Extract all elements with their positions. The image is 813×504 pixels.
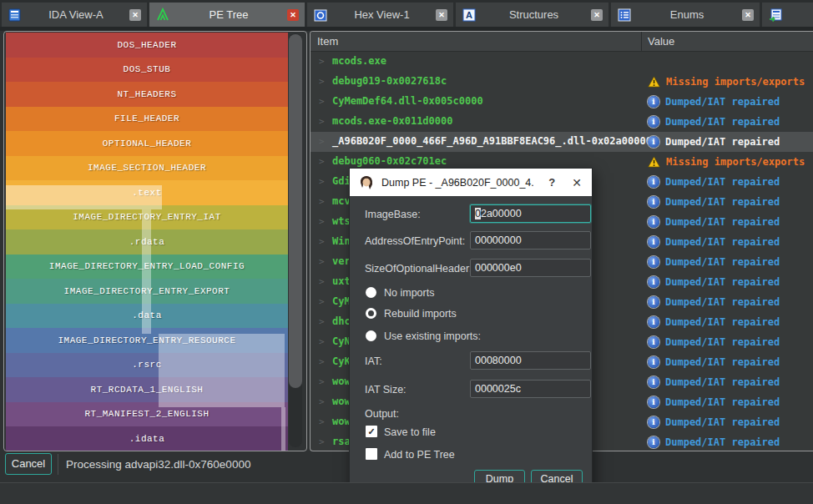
- radio-use-existing-imports[interactable]: [366, 330, 376, 341]
- pe-map-band--data[interactable]: .data: [6, 304, 288, 329]
- iat-input[interactable]: 00080000: [470, 351, 591, 370]
- info-icon: i: [648, 216, 659, 228]
- tree-row[interactable]: >mcods.exe: [311, 52, 813, 72]
- expand-chevron-icon[interactable]: >: [319, 116, 325, 127]
- pe-map-band-image-directory-entry-export[interactable]: IMAGE_DIRECTORY_ENTRY_EXPORT: [6, 279, 288, 304]
- pe-map-scrollbar-thumb[interactable]: [289, 34, 302, 388]
- imagebase-label: ImageBase:: [365, 209, 421, 220]
- band-label: .idata: [129, 434, 165, 444]
- pe-map-band-nt-headers[interactable]: NT_HEADERS: [6, 82, 288, 107]
- radio-rebuild-imports[interactable]: [366, 308, 376, 319]
- radio-no-imports-label[interactable]: No imports: [384, 287, 434, 299]
- pe-map-band-rt-rcdata-1-english[interactable]: RT_RCDATA_1_ENGLISH: [6, 377, 288, 402]
- tab-close-icon[interactable]: ✕: [129, 9, 141, 21]
- value-cell: iDumped/IAT repaired: [648, 252, 780, 272]
- pe-map-band-image-directory-entry-resource[interactable]: IMAGE_DIRECTORY_ENTRY_RESOURCE: [6, 328, 288, 353]
- pe-map-band-dos-stub[interactable]: DOS_STUB: [6, 58, 288, 83]
- expand-chevron-icon[interactable]: >: [319, 316, 325, 327]
- dialog-close-icon[interactable]: ✕: [570, 176, 583, 189]
- band-label: IMAGE_DIRECTORY_ENTRY_IAT: [73, 212, 221, 222]
- pe-map-panel: DOS_HEADERDOS_STUBNT_HEADERSFILE_HEADERO…: [3, 31, 307, 451]
- save-to-file-checkbox[interactable]: [366, 426, 377, 437]
- expand-chevron-icon[interactable]: >: [319, 56, 325, 67]
- pe-map-band-file-header[interactable]: FILE_HEADER: [6, 107, 288, 132]
- tree-row[interactable]: >debug019-0x0027618cMissing imports/expo…: [311, 72, 813, 92]
- expand-chevron-icon[interactable]: >: [319, 276, 325, 287]
- expand-chevron-icon[interactable]: >: [319, 236, 325, 247]
- tab-extra[interactable]: [762, 3, 813, 27]
- radio-use-existing-imports-label[interactable]: Use existing imports:: [384, 330, 481, 342]
- band-label: .rdata: [129, 237, 165, 247]
- pe-map-band--text[interactable]: .text: [6, 180, 288, 205]
- pe-map-band-dos-header[interactable]: DOS_HEADER: [6, 33, 288, 58]
- column-header-value[interactable]: Value: [648, 35, 674, 48]
- expand-chevron-icon[interactable]: >: [319, 196, 325, 207]
- expand-chevron-icon[interactable]: >: [319, 96, 325, 107]
- tree-row[interactable]: >_A96B020F_0000_466F_A96D_A91BBF8EAC96_.…: [311, 132, 813, 152]
- tab-structures[interactable]: AStructures✕: [456, 3, 608, 27]
- tree-row[interactable]: >CyMemDef64.dll-0x005c0000iDumped/IAT re…: [311, 92, 813, 112]
- save-to-file-label[interactable]: Save to file: [384, 426, 436, 438]
- info-icon: i: [648, 296, 659, 308]
- radio-rebuild-imports-label[interactable]: Rebuild imports: [384, 308, 457, 320]
- expand-chevron-icon[interactable]: >: [319, 76, 325, 87]
- item-name: mcods.exe: [332, 55, 386, 67]
- pe-map-band-image-section-header[interactable]: IMAGE_SECTION_HEADER: [6, 156, 288, 181]
- tab-close-icon[interactable]: ✕: [287, 9, 299, 21]
- expand-chevron-icon[interactable]: >: [319, 156, 325, 167]
- pe-map-band-rt-manifest-2-english[interactable]: RT_MANIFEST_2_ENGLISH: [6, 402, 288, 427]
- band-label: DOS_STUB: [124, 64, 171, 74]
- pe-map-band--idata[interactable]: .idata: [6, 426, 288, 451]
- structures-icon: A: [462, 8, 477, 23]
- tab-pe-tree[interactable]: PE Tree✕: [149, 3, 305, 27]
- pe-map-band--rdata[interactable]: .rdata: [6, 229, 288, 255]
- tab-ida-view-a[interactable]: IDA View-A✕: [2, 3, 147, 27]
- add-to-pe-tree-label[interactable]: Add to PE Tree: [384, 449, 455, 461]
- expand-chevron-icon[interactable]: >: [319, 336, 325, 347]
- expand-chevron-icon[interactable]: >: [319, 416, 325, 427]
- imagebase-input[interactable]: 02a00000: [470, 204, 591, 223]
- iat-size-input[interactable]: 0000025c: [470, 380, 591, 398]
- expand-chevron-icon[interactable]: >: [319, 136, 325, 147]
- expand-chevron-icon[interactable]: >: [319, 396, 325, 407]
- pe-map-band-optional-header[interactable]: OPTIONAL_HEADER: [6, 131, 288, 156]
- svg-text:A: A: [466, 10, 472, 20]
- tab-close-icon[interactable]: ✕: [436, 9, 447, 21]
- tree-row[interactable]: >mcods.exe-0x011d0000iDumped/IAT repaire…: [311, 112, 813, 132]
- dialog-help-button[interactable]: ?: [540, 176, 563, 189]
- tab-hex-view-1[interactable]: Hex View-1✕: [307, 3, 453, 27]
- column-divider[interactable]: [641, 32, 642, 51]
- expand-chevron-icon[interactable]: >: [319, 376, 325, 387]
- expand-chevron-icon[interactable]: >: [319, 256, 325, 267]
- expand-chevron-icon[interactable]: >: [319, 356, 325, 367]
- expand-chevron-icon[interactable]: >: [319, 176, 325, 187]
- output-label: Output:: [365, 408, 399, 420]
- pe-map-band-image-directory-entry-load-config[interactable]: IMAGE_DIRECTORY_ENTRY_LOAD_CONFIG: [6, 255, 288, 280]
- status-cancel-button[interactable]: Cancel: [5, 453, 52, 475]
- radio-no-imports[interactable]: [366, 287, 376, 298]
- expand-chevron-icon[interactable]: >: [319, 216, 325, 227]
- pe-map-band--rsrc[interactable]: .rsrc: [6, 353, 288, 378]
- dialog-title: Dump PE - _A96B020F_0000_4...: [381, 177, 533, 189]
- tab-enums[interactable]: Enums✕: [611, 3, 760, 27]
- pe-map-band-image-directory-entry-iat[interactable]: IMAGE_DIRECTORY_ENTRY_IAT: [6, 205, 288, 230]
- entrypoint-label: AddressOfEntryPoint:: [365, 235, 465, 247]
- value-cell: iDumped/IAT repaired: [648, 372, 780, 392]
- band-label: OPTIONAL_HEADER: [103, 139, 192, 149]
- info-icon: i: [648, 136, 659, 148]
- dump-pe-dialog: Dump PE - _A96B020F_0000_4... ? ✕ ImageB…: [350, 169, 592, 492]
- value-cell: iDumped/IAT repaired: [648, 352, 780, 372]
- tab-close-icon[interactable]: ✕: [591, 9, 603, 21]
- item-name: CyMemDef64.dll-0x005c0000: [332, 95, 483, 107]
- entrypoint-input[interactable]: 00000000: [470, 231, 591, 249]
- band-label: .rsrc: [132, 360, 162, 370]
- dialog-titlebar[interactable]: Dump PE - _A96B020F_0000_4... ? ✕: [350, 169, 592, 196]
- tab-close-icon[interactable]: ✕: [742, 9, 754, 21]
- info-icon: i: [648, 436, 659, 448]
- optionalheader-input[interactable]: 000000e0: [470, 259, 591, 277]
- add-to-pe-tree-checkbox[interactable]: [366, 448, 377, 460]
- expand-chevron-icon[interactable]: >: [319, 436, 325, 447]
- expand-chevron-icon[interactable]: >: [319, 296, 325, 307]
- band-label: IMAGE_DIRECTORY_ENTRY_LOAD_CONFIG: [49, 261, 245, 271]
- column-header-item[interactable]: Item: [317, 35, 338, 48]
